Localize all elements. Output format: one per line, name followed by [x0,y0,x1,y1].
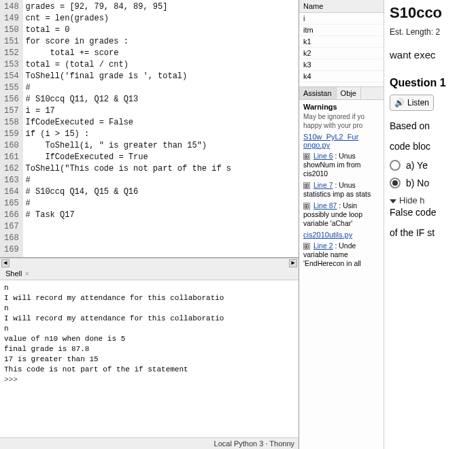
close-icon[interactable]: × [24,269,29,278]
status-bar: Local Python 3 · Thonny [0,437,299,449]
question-heading: Question 1 [390,77,473,89]
variables-header: Name [299,0,384,13]
radio-a[interactable] [390,160,401,171]
variable-row[interactable]: k4 [299,71,384,82]
warning-line-link[interactable]: Line 87 [313,201,337,210]
warnings-subtitle: May be ignored if yo happy with your pro [303,112,379,130]
shell-tab-label: Shell [5,269,22,278]
quiz-title: S10cco [390,4,473,22]
warning-item[interactable]: ⊞ Line 7 : Unus statistics imp as stats [303,181,379,199]
option-b-label: b) No [406,178,429,188]
warning-line-link[interactable]: Line 2 [313,242,333,250]
code-editor[interactable]: 1481491501511521531541551561571581591601… [0,0,299,258]
variable-row[interactable]: k1 [299,36,384,48]
chevron-down-icon [390,199,396,203]
of-if-text: of the IF st [390,226,473,239]
option-a-row[interactable]: a) Ye [390,160,473,171]
tab-object[interactable]: Obje [337,87,361,99]
quiz-want-exec: want exec [390,49,473,61]
listen-button[interactable]: 🔊 Listen [390,95,434,111]
speaker-icon: 🔊 [394,98,405,107]
listen-label: Listen [407,98,429,107]
option-a-label: a) Ye [406,160,428,171]
quiz-est-length: Est. Length: 2 [390,27,473,37]
quiz-panel: S10cco Est. Length: 2 want exec Question… [384,0,476,449]
assistant-tabs: Assistan Obje [299,86,384,100]
hide-toggle[interactable]: Hide h [390,195,473,205]
variable-row[interactable]: i [299,13,384,24]
shell-output[interactable]: nI will record my attendance for this co… [0,280,299,437]
expand-icon[interactable]: ⊞ [303,153,310,160]
tab-assistant[interactable]: Assistan [299,87,337,99]
warning-line-link[interactable]: Line 6 [313,152,333,160]
warnings-block: Warnings May be ignored if yo happy with… [299,100,384,271]
shell-tab[interactable]: Shell× [0,267,299,280]
code-lines[interactable]: grades = [92, 79, 84, 89, 95]cnt = len(g… [23,0,234,257]
warning-line-link[interactable]: Line 7 [313,181,333,189]
expand-icon[interactable]: ⊞ [303,203,310,210]
variable-row[interactable]: itm [299,24,384,36]
warning-item[interactable]: ⊞ Line 6 : Unus showNum im from cis2010 [303,152,379,178]
warnings-file-link[interactable]: S10w_PyL2_Fur ongo.py [303,133,379,149]
horizontal-scrollbar[interactable]: ◄ ► [0,258,299,267]
option-b-row[interactable]: b) No [390,178,473,188]
variable-row[interactable]: k3 [299,59,384,71]
scroll-right-icon[interactable]: ► [289,259,297,267]
warning-item[interactable]: ⊞ Line 2 : Unde variable name 'EndHereco… [303,242,379,268]
scroll-left-icon[interactable]: ◄ [1,259,10,267]
question-body-2: code bloc [390,139,473,153]
false-code-text: False code [390,205,473,219]
expand-icon[interactable]: ⊞ [303,182,310,189]
warnings-file2-link[interactable]: cis2010utils.py [303,231,379,239]
warning-item[interactable]: ⊞ Line 87 : Usin possibly unde loop vari… [303,201,379,228]
line-gutter: 1481491501511521531541551561571581591601… [0,0,23,257]
radio-b[interactable] [390,178,401,188]
side-panel: Name iitmk1k2k3k4 Assistan Obje Warnings… [299,0,384,449]
question-body-1: Based on [390,119,473,133]
editor-column: 1481491501511521531541551561571581591601… [0,0,299,449]
variable-row[interactable]: k2 [299,48,384,59]
expand-icon[interactable]: ⊞ [303,243,310,250]
warnings-title: Warnings [303,103,379,111]
